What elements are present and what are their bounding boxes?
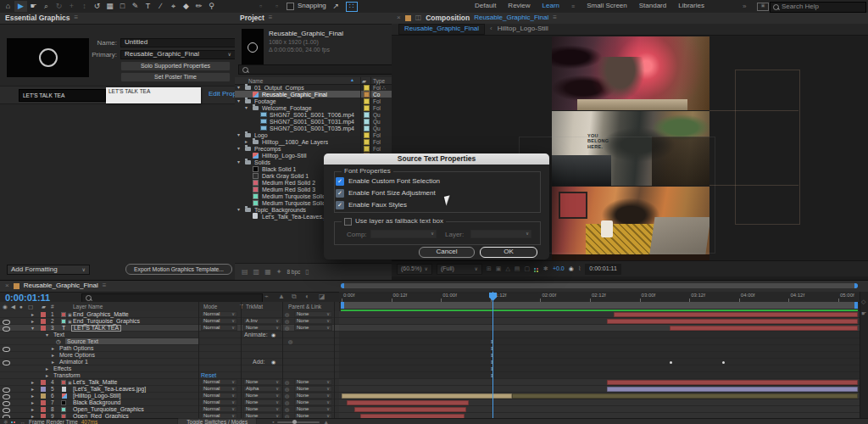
- expression-icon[interactable]: ◎: [288, 338, 292, 345]
- close-icon[interactable]: ×: [397, 14, 401, 22]
- lane-end-turquoise-graphics[interactable]: [339, 318, 860, 325]
- workspace-default[interactable]: Default: [475, 3, 496, 10]
- edit-properties-link[interactable]: Edit Prop...: [209, 91, 237, 98]
- pick-whip-icon[interactable]: ◎: [285, 399, 289, 406]
- keyframe[interactable]: [670, 361, 672, 364]
- project-item-footage[interactable]: ▾FootageFol: [235, 98, 392, 104]
- layer-name[interactable]: Let's_Talk_Matte: [73, 379, 117, 386]
- layer-duration-bar[interactable]: [607, 387, 858, 392]
- pan-camera-tool[interactable]: +: [65, 1, 78, 12]
- exposure-value[interactable]: +0.0: [553, 265, 565, 272]
- trash-icon[interactable]: ▯: [305, 269, 309, 276]
- parent-link-dropdown[interactable]: None∨: [294, 325, 332, 331]
- twirl-icon[interactable]: ▸: [52, 352, 54, 359]
- new-folder-icon[interactable]: ▥: [253, 269, 260, 276]
- pen-tool[interactable]: ✎: [129, 1, 142, 12]
- eraser-tool[interactable]: ◆: [180, 1, 192, 12]
- snapshot-camera-icon[interactable]: ◉: [569, 265, 574, 272]
- dialog-title-bar[interactable]: Source Text Properties: [324, 153, 549, 165]
- parent-link-column[interactable]: Parent & Link: [288, 304, 321, 310]
- layer-row-let-s-talk-tea[interactable]: ▾3TLET'S TALK TEANormal∨None∨◎None∨: [0, 325, 339, 332]
- trkmat-dropdown[interactable]: None∨: [243, 393, 281, 399]
- label-color-chip[interactable]: [41, 400, 46, 405]
- help-search-box[interactable]: Search Help: [770, 2, 866, 13]
- mode-column[interactable]: Mode: [203, 304, 217, 310]
- channel-icon[interactable]: [534, 268, 536, 270]
- label-color-chip[interactable]: [41, 387, 46, 392]
- trkmat-dropdown[interactable]: None∨: [243, 406, 281, 412]
- lock-icon[interactable]: ◫: [415, 14, 422, 22]
- mode-dropdown[interactable]: Normal∨: [201, 325, 237, 331]
- label-color-chip[interactable]: [364, 139, 370, 145]
- selection-tool[interactable]: ▶: [14, 1, 27, 12]
- label-color-chip[interactable]: [41, 326, 46, 331]
- panel-menu-icon[interactable]: ≡: [269, 14, 273, 22]
- label-color-chip[interactable]: [364, 126, 370, 131]
- rulers-icon[interactable]: ▢: [524, 265, 530, 272]
- mode-dropdown[interactable]: Normal∨: [201, 318, 237, 324]
- project-comp-name[interactable]: Reusable_Graphic_Final: [269, 31, 343, 38]
- template-name-input[interactable]: Untitled: [120, 38, 236, 47]
- property-name[interactable]: More Options: [59, 352, 95, 359]
- composition-comp-name[interactable]: Reusable_Graphic_Final: [474, 14, 548, 22]
- property-row-text[interactable]: ▾TextAnimate:◉: [0, 332, 339, 338]
- add-formatting-dropdown[interactable]: Add Formatting∨: [7, 265, 90, 275]
- clone-stamp-tool[interactable]: ⌖: [167, 1, 180, 12]
- cancel-button[interactable]: Cancel: [419, 247, 475, 258]
- pick-whip-icon[interactable]: ◎: [285, 325, 289, 332]
- property-name[interactable]: Source Text: [67, 338, 98, 345]
- interpret-footage-icon[interactable]: ▤: [242, 269, 248, 276]
- property-row-animator-1[interactable]: ▸Animator 1Add:◉: [0, 359, 339, 365]
- checkbox[interactable]: ✓: [336, 177, 344, 186]
- panel-layout-icon[interactable]: ▣: [757, 3, 769, 11]
- mode-dropdown[interactable]: Normal∨: [201, 379, 237, 385]
- rectangle-tool[interactable]: □: [116, 1, 129, 12]
- fallback-comp-dropdown[interactable]: ∨: [370, 230, 437, 238]
- project-item-shgn7-s001-s001-t006-mp4[interactable]: SHGN7_S001_S001_T006.mp4Qu: [235, 111, 392, 118]
- viewer-timecode[interactable]: 0:00:01:11: [585, 264, 621, 275]
- layer-duration-bar[interactable]: [607, 380, 858, 385]
- parent-link-dropdown[interactable]: None∨: [294, 406, 332, 412]
- pick-whip-icon[interactable]: ◎: [285, 406, 289, 413]
- property-name[interactable]: Effects: [53, 365, 71, 372]
- twirl-icon[interactable]: ▸: [31, 311, 34, 318]
- property-row-transform[interactable]: ▸TransformReset: [0, 372, 339, 379]
- project-item-welcome-footage[interactable]: ▾Welcome_FootageFol: [235, 104, 392, 111]
- layer-name[interactable]: Black Background: [73, 399, 120, 406]
- resolution-dropdown[interactable]: (Full)∨: [437, 264, 482, 275]
- workspace-standard[interactable]: Standard: [639, 3, 666, 10]
- solo-column-icon[interactable]: ●: [19, 304, 23, 310]
- parent-link-dropdown[interactable]: None∨: [294, 379, 332, 385]
- lane-source-text[interactable]: I: [339, 338, 860, 345]
- transparency-grid-icon[interactable]: ▣: [496, 265, 502, 272]
- pick-whip-icon[interactable]: ◎: [285, 311, 289, 318]
- project-item-01-output-comps[interactable]: ▾01_Output_CompsFol ∴: [235, 84, 392, 91]
- toolbar-extra-icon[interactable]: ▫: [254, 1, 267, 12]
- comp-mini-flowchart-icon[interactable]: ⌁: [264, 293, 269, 301]
- project-item-shgn7-s001-s001-t035-mp4[interactable]: SHGN7_S001_S001_T035.mp4Qu: [235, 125, 392, 131]
- panel-menu-icon[interactable]: ≡: [553, 14, 557, 22]
- project-item-reusable-graphic-final[interactable]: Reusable_Graphic_FinalCo: [235, 91, 392, 98]
- property-row-more-options[interactable]: ▸More Options: [0, 352, 339, 359]
- property-name[interactable]: Path Options: [59, 345, 93, 352]
- orbit-camera-tool[interactable]: ↻: [53, 1, 65, 12]
- exposure-gear-icon[interactable]: ✱: [543, 265, 548, 272]
- trkmat-dropdown[interactable]: None∨: [243, 399, 281, 405]
- timeline-comp-tab[interactable]: Reusable_Graphic_Final: [24, 282, 98, 290]
- solo-supported-properties-button[interactable]: Solo Supported Properties: [120, 61, 231, 71]
- lane--let-s-talk-tea-leaves-jpg-[interactable]: [339, 386, 860, 393]
- twirl-icon[interactable]: ▾: [46, 332, 48, 338]
- twirl-icon[interactable]: ▾: [237, 85, 240, 91]
- lane-more-options[interactable]: I: [339, 352, 860, 359]
- new-comp-icon[interactable]: ▦: [264, 269, 271, 276]
- timeline-zoom-in-icon[interactable]: ▲: [323, 419, 328, 424]
- twirl-icon[interactable]: ▾: [237, 98, 240, 104]
- trkmat-dropdown[interactable]: A.Inv∨: [243, 318, 281, 324]
- twirl-icon[interactable]: ▸: [31, 318, 34, 325]
- zoom-tool[interactable]: ⌕: [40, 1, 53, 12]
- work-area-end-handle[interactable]: [854, 302, 858, 309]
- project-item-precomps[interactable]: ▾PrecompsFol: [235, 145, 392, 152]
- mode-dropdown[interactable]: Normal∨: [201, 393, 237, 399]
- layer-duration-bar[interactable]: [512, 393, 858, 399]
- lane-text[interactable]: [339, 332, 860, 338]
